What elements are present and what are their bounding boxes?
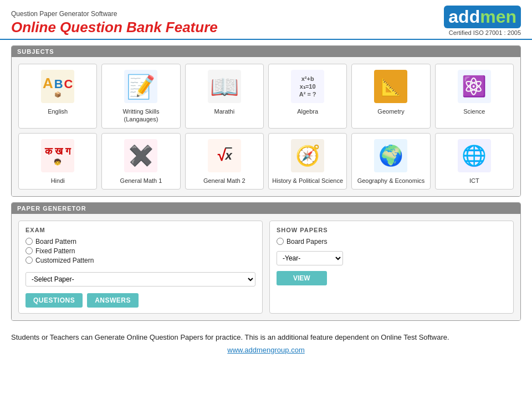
show-papers-box: SHOW PAPERS Board Papers -Year- VIEW bbox=[269, 221, 514, 314]
page-title: Online Question Bank Feature bbox=[11, 19, 218, 36]
radio-fixed-pattern[interactable]: Fixed Pattern bbox=[25, 247, 255, 255]
radio-customized-pattern-input[interactable] bbox=[25, 257, 33, 264]
hindi-icon: क ख ग 🧒 bbox=[41, 139, 74, 172]
subject-genmath1[interactable]: ✖️ General Math 1 bbox=[101, 133, 180, 190]
radio-customized-pattern[interactable]: Customized Pattern bbox=[25, 257, 255, 264]
english-icon: A B C 📦 bbox=[41, 70, 74, 103]
ict-icon: 🌐 bbox=[458, 139, 491, 172]
subjects-section-body: A B C 📦 English 📝 Writting Skills (Langa… bbox=[12, 57, 520, 196]
geography-label: Geography & Economics bbox=[357, 177, 425, 185]
view-button[interactable]: VIEW bbox=[277, 271, 327, 285]
genmath2-icon: √x bbox=[208, 139, 241, 172]
ict-label: ICT bbox=[469, 177, 479, 185]
genmath1-icon: ✖️ bbox=[124, 139, 157, 172]
science-icon: ⚛️ bbox=[458, 70, 491, 103]
exam-buttons: QUESTIONS ANSWERS bbox=[25, 293, 255, 308]
logo-men: men bbox=[480, 7, 516, 27]
radio-customized-pattern-label: Customized Pattern bbox=[35, 257, 94, 264]
footer-description: Students or Teachers can Generate Online… bbox=[11, 332, 521, 344]
geometry-label: Geometry bbox=[377, 108, 404, 115]
subjects-grid: A B C 📦 English 📝 Writting Skills (Langa… bbox=[18, 64, 514, 190]
writing-label: Writting Skills (Langauges) bbox=[105, 108, 177, 124]
history-label: History & Political Science bbox=[272, 177, 343, 185]
subject-history[interactable]: 🧭 History & Political Science bbox=[268, 133, 347, 190]
genmath1-label: General Math 1 bbox=[120, 177, 162, 185]
subject-geography[interactable]: 🌍 Geography & Economics bbox=[351, 133, 430, 190]
subject-marathi[interactable]: 📖 Marathi bbox=[185, 64, 264, 129]
english-label: English bbox=[48, 108, 68, 115]
footer-text-area: Students or Teachers can Generate Online… bbox=[0, 326, 532, 359]
subject-science[interactable]: ⚛️ Science bbox=[435, 64, 514, 129]
exam-options: Board Pattern Fixed Pattern Customized P… bbox=[25, 238, 255, 264]
answers-button[interactable]: ANSWERS bbox=[87, 293, 139, 308]
algebra-label: Algebra bbox=[297, 108, 318, 115]
board-papers-label: Board Papers bbox=[287, 238, 327, 245]
marathi-label: Marathi bbox=[214, 108, 234, 115]
page-subtitle: Question Paper Generator Software bbox=[11, 10, 218, 18]
algebra-icon: x²+b x₁=10 A² = ? bbox=[291, 70, 324, 103]
radio-board-pattern-input[interactable] bbox=[25, 238, 33, 245]
radio-fixed-pattern-label: Fixed Pattern bbox=[35, 247, 75, 255]
footer-link[interactable]: www.addmengroup.com bbox=[11, 345, 521, 356]
geometry-icon: 📐 bbox=[374, 70, 407, 103]
writing-icon: 📝 bbox=[124, 70, 157, 103]
subjects-section: SUBJECTS A B C 📦 English 📝 bbox=[11, 45, 521, 197]
logo-add: add bbox=[448, 7, 480, 27]
exam-header: EXAM bbox=[25, 227, 255, 233]
genmath2-label: General Math 2 bbox=[203, 177, 245, 185]
subject-hindi[interactable]: क ख ग 🧒 Hindi bbox=[18, 133, 97, 190]
subject-geometry[interactable]: 📐 Geometry bbox=[351, 64, 430, 129]
exam-box: EXAM Board Pattern Fixed Pattern Customi… bbox=[18, 221, 263, 314]
radio-board-pattern[interactable]: Board Pattern bbox=[25, 238, 255, 245]
paper-gen-body: EXAM Board Pattern Fixed Pattern Customi… bbox=[12, 214, 520, 320]
cert-text: Certified ISO 27001 : 2005 bbox=[444, 29, 521, 36]
show-papers-header: SHOW PAPERS bbox=[277, 227, 507, 233]
history-icon: 🧭 bbox=[291, 139, 324, 172]
paper-section: PAPER GENERETOR EXAM Board Pattern Fixed… bbox=[11, 202, 521, 321]
select-paper-dropdown[interactable]: -Select Paper- bbox=[25, 272, 255, 287]
subjects-section-header: SUBJECTS bbox=[12, 46, 520, 57]
hindi-label: Hindi bbox=[51, 177, 65, 185]
questions-button[interactable]: QUESTIONS bbox=[25, 293, 83, 308]
subject-english[interactable]: A B C 📦 English bbox=[18, 64, 97, 129]
science-label: Science bbox=[463, 108, 485, 115]
subject-writing[interactable]: 📝 Writting Skills (Langauges) bbox=[101, 64, 180, 129]
logo: addmen bbox=[444, 6, 521, 28]
geography-icon: 🌍 bbox=[374, 139, 407, 172]
board-papers-radio[interactable]: Board Papers bbox=[277, 238, 507, 245]
radio-fixed-pattern-input[interactable] bbox=[25, 247, 33, 254]
marathi-icon: 📖 bbox=[208, 70, 241, 103]
header-left: Question Paper Generator Software Online… bbox=[11, 10, 218, 36]
paper-section-header: PAPER GENERETOR bbox=[12, 203, 520, 214]
radio-board-pattern-label: Board Pattern bbox=[35, 238, 76, 245]
subject-genmath2[interactable]: √x General Math 2 bbox=[185, 133, 264, 190]
year-select-dropdown[interactable]: -Year- bbox=[277, 251, 343, 265]
logo-area: addmen Certified ISO 27001 : 2005 bbox=[444, 6, 521, 36]
subject-ict[interactable]: 🌐 ICT bbox=[435, 133, 514, 190]
board-papers-radio-input[interactable] bbox=[277, 238, 284, 245]
subject-algebra[interactable]: x²+b x₁=10 A² = ? Algebra bbox=[268, 64, 347, 129]
page-header: Question Paper Generator Software Online… bbox=[0, 0, 532, 40]
